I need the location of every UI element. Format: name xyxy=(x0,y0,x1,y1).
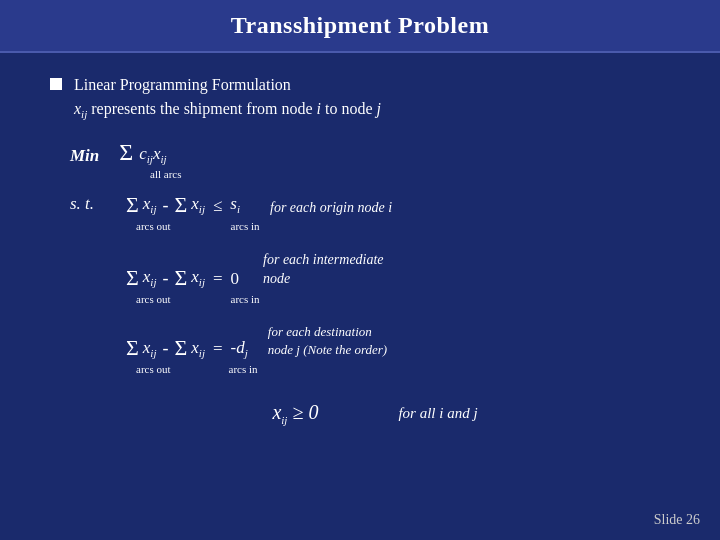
node-j: j xyxy=(377,100,381,117)
slide-number: Slide 26 xyxy=(654,512,700,528)
c1-minus: - xyxy=(162,195,168,218)
c2-arcs-labels: arcs out arcs in xyxy=(136,293,680,305)
bullet-row: Linear Programming Formulation xij repre… xyxy=(50,73,680,123)
c3-foreach: for each destinationnode j (Note the ord… xyxy=(268,323,387,361)
bottom-row: xij ≥ 0 for all i and j xyxy=(70,401,680,426)
node-i: i xyxy=(317,100,321,117)
sigma-group: Σ xyxy=(119,139,133,166)
c1-arcs-labels: arcs out arcs in xyxy=(136,220,680,232)
c1-xij-in: xij xyxy=(191,194,205,217)
slide-container: Transshipment Problem Linear Programming… xyxy=(0,0,720,540)
c2-xij-in: xij xyxy=(191,267,205,290)
slide-title: Transshipment Problem xyxy=(231,12,489,38)
c3-sigma-out: Σ xyxy=(126,335,139,361)
c2-sigma-in: Σ xyxy=(174,265,187,291)
bullet-text: Linear Programming Formulation xij repre… xyxy=(74,73,381,123)
c3-xij-out: xij xyxy=(143,338,157,361)
sigma1-in-icon: Σ xyxy=(174,192,187,218)
c2-eq: = xyxy=(213,269,223,291)
content-block: Min Σ cijxij all arcs s. t. Σ xij - xyxy=(40,139,680,427)
sigma1-out-icon: Σ xyxy=(126,192,139,218)
c2-formula-row: Σ xij - Σ xij = 0 for each intermediaten… xyxy=(126,250,680,291)
c1-arcs-in-label: arcs in xyxy=(231,220,260,232)
c1-sigma-out: Σ xyxy=(126,192,139,218)
min-formula-text: cijxij xyxy=(139,144,166,165)
c3-rhs: -dj xyxy=(231,338,248,361)
c2-arcs-out-label: arcs out xyxy=(136,293,171,305)
xij-var: xij xyxy=(74,100,87,117)
constraint-2: Σ xij - Σ xij = 0 for each intermediaten… xyxy=(126,250,680,305)
all-arcs-label: all arcs xyxy=(150,168,680,180)
c2-arcs-in-label: arcs in xyxy=(231,293,260,305)
c3-arcs-out-label: arcs out xyxy=(136,363,171,375)
sigma2-out-icon: Σ xyxy=(126,265,139,291)
bottom-formula: xij ≥ 0 xyxy=(272,401,318,426)
c3-formula-row: Σ xij - Σ xij = -dj for each destination… xyxy=(126,323,680,361)
c3-minus: - xyxy=(162,338,168,361)
min-label: Min xyxy=(70,146,99,166)
c1-arcs-out-label: arcs out xyxy=(136,220,171,232)
bottom-for-all: for all i and j xyxy=(398,405,477,422)
c2-sigma-out: Σ xyxy=(126,265,139,291)
constraints-block: Σ xij - Σ xij ≤ si for each origin node … xyxy=(126,192,680,394)
sigma2-in-icon: Σ xyxy=(174,265,187,291)
c2-minus: - xyxy=(162,268,168,291)
c1-formula-row: Σ xij - Σ xij ≤ si for each origin node … xyxy=(126,192,680,218)
line2-rest: represents the shipment from node xyxy=(91,100,316,117)
c1-xij-out: xij xyxy=(143,194,157,217)
to-text: to node xyxy=(325,100,377,117)
constraint-1: Σ xij - Σ xij ≤ si for each origin node … xyxy=(126,192,680,232)
sigma3-out-icon: Σ xyxy=(126,335,139,361)
c2-foreach: for each intermediatenode xyxy=(263,250,384,291)
c3-sigma-in: Σ xyxy=(174,335,187,361)
c3-arcs-labels: arcs out arcs in xyxy=(136,363,680,375)
st-row: s. t. Σ xij - Σ xij ≤ xyxy=(70,192,680,394)
bullet-icon xyxy=(50,78,62,90)
bullet-section: Linear Programming Formulation xij repre… xyxy=(40,73,680,123)
title-bar: Transshipment Problem xyxy=(0,0,720,53)
c1-foreach: for each origin node i xyxy=(270,200,392,218)
c3-eq: = xyxy=(213,339,223,361)
min-row: Min Σ cijxij xyxy=(70,139,680,166)
sigma-icon: Σ xyxy=(119,139,133,166)
c3-arcs-in-label: arcs in xyxy=(229,363,258,375)
c1-sigma-in: Σ xyxy=(174,192,187,218)
sigma3-in-icon: Σ xyxy=(174,335,187,361)
c1-rhs: si xyxy=(230,194,240,217)
constraint-3: Σ xij - Σ xij = -dj for each destination… xyxy=(126,323,680,375)
st-label: s. t. xyxy=(70,192,110,214)
c3-xij-in: xij xyxy=(191,338,205,361)
line1: Linear Programming Formulation xyxy=(74,76,291,93)
c2-rhs: 0 xyxy=(231,269,240,291)
c2-xij-out: xij xyxy=(143,267,157,290)
c1-leq: ≤ xyxy=(213,196,222,218)
